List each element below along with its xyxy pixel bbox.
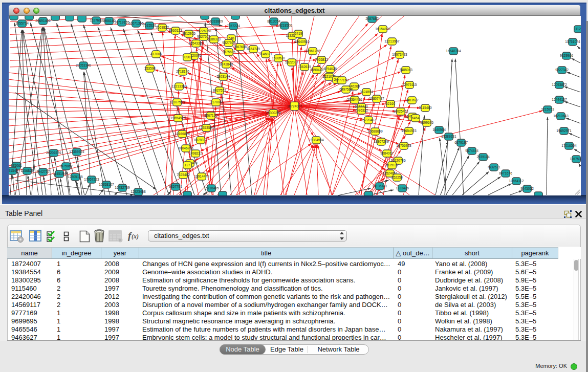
svg-text:127: 127 <box>184 163 190 167</box>
svg-text:25300295: 25300295 <box>266 111 281 115</box>
svg-text:16543382: 16543382 <box>188 41 204 45</box>
svg-text:12093872: 12093872 <box>552 83 567 86</box>
svg-text:16154808: 16154808 <box>375 27 390 31</box>
svg-text:7625402: 7625402 <box>177 173 190 177</box>
svg-text:(x): (x) <box>132 233 139 240</box>
svg-text:3624554: 3624554 <box>360 90 373 94</box>
svg-text:6497568: 6497568 <box>339 87 353 91</box>
svg-text:7986322: 7986322 <box>355 108 368 112</box>
svg-text:20691406: 20691406 <box>35 19 51 23</box>
svg-text:9227342: 9227342 <box>555 68 569 72</box>
svg-text:9857791: 9857791 <box>169 185 182 188</box>
svg-text:1498222: 1498222 <box>189 151 202 155</box>
svg-text:9327508: 9327508 <box>222 41 235 45</box>
svg-text:15720407: 15720407 <box>361 118 376 122</box>
svg-text:18640910: 18640910 <box>294 40 310 43</box>
svg-text:10958107: 10958107 <box>99 183 114 186</box>
svg-text:10719155: 10719155 <box>114 20 129 24</box>
svg-text:10671355: 10671355 <box>128 21 144 25</box>
svg-text:1167533: 1167533 <box>570 157 581 161</box>
svg-text:9474444: 9474444 <box>465 149 478 152</box>
svg-text:9084067: 9084067 <box>380 151 394 155</box>
svg-text:19654925: 19654925 <box>170 116 186 120</box>
svg-text:12975115: 12975115 <box>402 83 417 86</box>
svg-text:9777169: 9777169 <box>335 78 349 82</box>
svg-text:98901: 98901 <box>183 55 192 59</box>
svg-text:14136141: 14136141 <box>372 184 387 188</box>
svg-text:16210643: 16210643 <box>553 114 569 118</box>
svg-text:19166825: 19166825 <box>175 132 190 136</box>
svg-text:9975867: 9975867 <box>59 164 73 168</box>
svg-text:20206576: 20206576 <box>46 151 61 155</box>
svg-text:2935114: 2935114 <box>476 155 490 159</box>
svg-text:2718176: 2718176 <box>176 70 189 73</box>
svg-text:17957223: 17957223 <box>84 178 99 181</box>
svg-text:7955812: 7955812 <box>315 58 328 61</box>
svg-text:8990448: 8990448 <box>310 68 323 72</box>
svg-text:19692971: 19692971 <box>556 129 572 133</box>
svg-text:12923468: 12923468 <box>130 190 146 193</box>
svg-text:12444157: 12444157 <box>552 98 567 101</box>
svg-text:1733426: 1733426 <box>396 186 409 190</box>
svg-text:15716485: 15716485 <box>204 186 219 190</box>
svg-text:1527602: 1527602 <box>90 18 103 22</box>
svg-text:13226058: 13226058 <box>196 29 211 33</box>
svg-text:6966160: 6966160 <box>102 19 116 23</box>
svg-text:10973493: 10973493 <box>392 53 407 56</box>
svg-text:9115460: 9115460 <box>419 106 432 110</box>
svg-text:8186323: 8186323 <box>207 37 221 41</box>
svg-text:17016504: 17016504 <box>561 144 577 147</box>
svg-text:7515526: 7515526 <box>143 24 156 27</box>
svg-text:6794028: 6794028 <box>323 67 337 71</box>
svg-text:8813054: 8813054 <box>267 19 280 23</box>
svg-text:62160: 62160 <box>386 102 396 105</box>
svg-text:2803144: 2803144 <box>216 75 230 78</box>
svg-text:9245052: 9245052 <box>520 187 534 190</box>
svg-text:10807487: 10807487 <box>369 97 384 100</box>
svg-text:12353594: 12353594 <box>199 126 214 129</box>
svg-text:7485063: 7485063 <box>399 68 412 72</box>
svg-text:10756928: 10756928 <box>396 144 411 147</box>
svg-text:1640954: 1640954 <box>432 128 446 132</box>
svg-text:8454749: 8454749 <box>247 47 260 51</box>
svg-text:2867608: 2867608 <box>233 45 247 49</box>
svg-text:11125: 11125 <box>574 27 581 31</box>
svg-text:16914479: 16914479 <box>194 174 209 178</box>
svg-text:19384554: 19384554 <box>309 138 324 142</box>
svg-text:3267130: 3267130 <box>204 114 217 117</box>
svg-text:10107553: 10107553 <box>169 100 185 104</box>
svg-text:8912955: 8912955 <box>182 32 195 35</box>
svg-text:5322037: 5322037 <box>285 60 298 64</box>
svg-text:2087682: 2087682 <box>365 17 379 20</box>
svg-text:8878332: 8878332 <box>194 138 207 142</box>
svg-text:15751074: 15751074 <box>565 40 580 43</box>
svg-text:1615132: 1615132 <box>385 163 399 167</box>
svg-text:8471676: 8471676 <box>499 171 512 175</box>
svg-text:417006: 417006 <box>150 52 162 56</box>
svg-text:3215953: 3215953 <box>541 107 554 111</box>
svg-text:391549: 391549 <box>9 169 18 172</box>
svg-text:8960123: 8960123 <box>169 29 182 32</box>
svg-text:10961758: 10961758 <box>305 49 320 53</box>
svg-text:12213967: 12213967 <box>384 39 400 43</box>
svg-text:7663822: 7663822 <box>156 26 169 29</box>
svg-text:6454: 6454 <box>412 116 420 120</box>
svg-text:10654112: 10654112 <box>509 179 524 183</box>
svg-text:9329966: 9329966 <box>560 54 573 57</box>
svg-text:12213369: 12213369 <box>171 84 187 88</box>
svg-text:2419: 2419 <box>295 32 302 35</box>
svg-text:19654923: 19654923 <box>401 129 417 133</box>
svg-text:2942737: 2942737 <box>36 170 50 173</box>
svg-text:10046786: 10046786 <box>178 146 193 150</box>
svg-text:7632621: 7632621 <box>487 165 500 169</box>
svg-text:6379197: 6379197 <box>454 141 468 144</box>
svg-text:16033809: 16033809 <box>208 19 223 23</box>
svg-text:217004: 217004 <box>210 100 222 104</box>
svg-text:3875685: 3875685 <box>222 50 235 54</box>
svg-text:16782759: 16782759 <box>115 186 130 189</box>
svg-text:9463627: 9463627 <box>405 98 419 102</box>
svg-text:1145194: 1145194 <box>53 172 66 176</box>
svg-text:153594: 153594 <box>144 67 156 70</box>
svg-text:2055714: 2055714 <box>15 21 29 25</box>
svg-text:20364436: 20364436 <box>347 98 362 101</box>
